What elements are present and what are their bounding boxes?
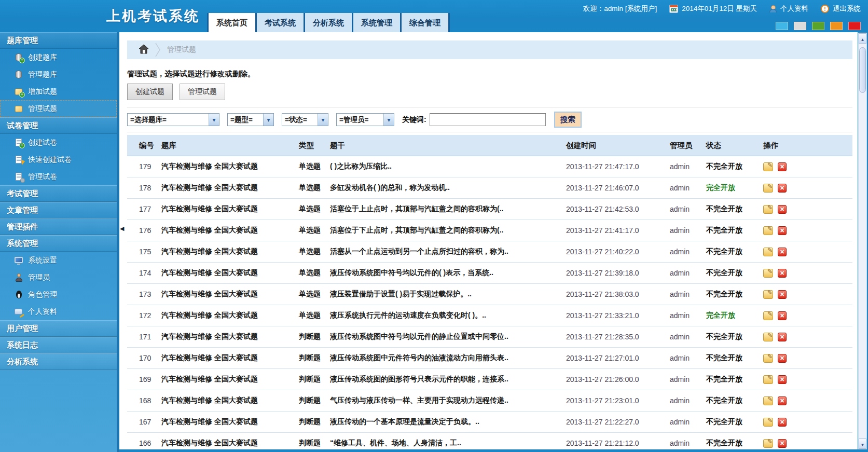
home-icon[interactable] <box>139 44 149 56</box>
delete-button[interactable] <box>778 396 787 405</box>
delete-button[interactable] <box>778 354 787 363</box>
cell-admin: admin <box>669 220 706 241</box>
cell-status: 不完全开放 <box>706 263 763 284</box>
sidebar-item[interactable]: 管理员 <box>0 269 117 286</box>
edit-button[interactable] <box>763 354 773 363</box>
delete-button[interactable] <box>778 248 787 256</box>
edit-button[interactable] <box>763 226 773 235</box>
cell-operations <box>763 199 852 220</box>
edit-button[interactable] <box>763 184 773 193</box>
vertical-scrollbar[interactable] <box>858 33 867 449</box>
cell-admin: admin <box>669 390 706 412</box>
delete-button[interactable] <box>778 226 787 235</box>
cell-type: 单选题 <box>298 305 329 326</box>
sidebar-item[interactable]: +增加试题 <box>0 83 117 100</box>
sidebar-item-label: 快速创建试卷 <box>28 155 72 165</box>
top-tab[interactable]: 考试系统 <box>257 13 304 32</box>
edit-button[interactable] <box>763 311 773 320</box>
theme-color-swatch[interactable] <box>812 22 824 30</box>
theme-color-swatch[interactable] <box>776 22 788 30</box>
date-text: 2014年01月12日 星期天 <box>682 4 757 13</box>
cell-type: 单选题 <box>298 284 329 305</box>
delete-button[interactable] <box>778 205 787 214</box>
top-tab[interactable]: 分析系统 <box>305 13 352 32</box>
edit-button[interactable] <box>763 418 773 427</box>
delete-button[interactable] <box>778 311 787 320</box>
delete-button[interactable] <box>778 439 787 448</box>
logout-link[interactable]: 退出系统 <box>833 4 861 13</box>
top-tab[interactable]: 系统首页 <box>209 13 255 32</box>
sidebar-section-header[interactable]: 管理插件 <box>0 218 117 235</box>
sidebar-item[interactable]: 管理试卷 <box>0 168 117 185</box>
sidebar-section-header[interactable]: 系统管理 <box>0 235 117 252</box>
sidebar-section-header[interactable]: 文章管理 <box>0 202 117 218</box>
sidebar-section-header[interactable]: 用户管理 <box>0 320 117 337</box>
cell-status: 不完全开放 <box>706 241 763 263</box>
top-tab[interactable]: 系统管理 <box>353 13 400 32</box>
chevron-down-icon <box>318 114 328 126</box>
top-tab[interactable]: 综合管理 <box>402 13 448 32</box>
breadcrumb-chevron-icon <box>155 43 161 57</box>
row-operations <box>763 184 852 193</box>
create-question-button[interactable]: 创建试题 <box>127 84 173 100</box>
sidebar-item[interactable]: +创建试卷 <box>0 134 117 151</box>
bank-filter-select[interactable]: =选择题库= <box>127 113 219 126</box>
cell-bank: 汽车检测与维修 全国大赛试题 <box>161 199 298 220</box>
delete-button[interactable] <box>778 375 787 384</box>
sidebar-collapse-handle[interactable]: ◀ <box>120 225 124 232</box>
row-operations <box>763 248 852 256</box>
sidebar-item[interactable]: 管理试题 <box>0 100 117 117</box>
delete-button[interactable] <box>778 418 787 427</box>
edit-button[interactable] <box>763 333 773 341</box>
scroll-thumb[interactable] <box>859 47 866 93</box>
sidebar-item[interactable]: 个人资料 <box>0 303 117 320</box>
edit-button[interactable] <box>763 439 773 448</box>
scroll-up-button[interactable] <box>859 33 866 44</box>
edit-button[interactable] <box>763 290 773 299</box>
edit-button[interactable] <box>763 269 773 278</box>
filter-select-value: =状态= <box>282 114 318 126</box>
cell-stem: 液压装置借助于设置( )易于实现过载保护。.. <box>329 284 566 305</box>
theme-color-swatch[interactable] <box>848 22 861 30</box>
cell-operations <box>763 220 852 241</box>
delete-button[interactable] <box>778 162 787 171</box>
theme-color-swatch[interactable] <box>830 22 843 30</box>
edit-button[interactable] <box>763 375 773 384</box>
main-content: ◀ 管理试题 管理试题，选择试题进行修改或删除。 创建试题管理试题 =选择题库=… <box>119 32 858 449</box>
sidebar-item[interactable]: 管理题库 <box>0 66 117 83</box>
delete-button[interactable] <box>778 184 787 193</box>
sidebar-section-header[interactable]: 系统日志 <box>0 337 117 353</box>
cell-stem: 液压传动的一个基本原理是流量决定于负载。.. <box>329 412 566 433</box>
manage-question-button[interactable]: 管理试题 <box>180 84 225 100</box>
cell-admin: admin <box>669 305 706 326</box>
question-table: 编号题库类型题干创建时间管理员状态操作 179汽车检测与维修 全国大赛试题单选题… <box>127 135 852 452</box>
edit-button[interactable] <box>763 248 773 256</box>
cell-bank: 汽车检测与维修 全国大赛试题 <box>161 348 298 369</box>
profile-link[interactable]: 个人资料 <box>780 4 808 13</box>
scroll-down-button[interactable] <box>859 439 866 449</box>
admin-filter-select[interactable]: =管理员= <box>336 113 394 126</box>
delete-button[interactable] <box>778 269 787 278</box>
sidebar-item[interactable]: 角色管理 <box>0 286 117 303</box>
type-filter-select[interactable]: =题型= <box>227 113 274 126</box>
sidebar-section-header[interactable]: 题库管理 <box>0 32 117 49</box>
sidebar-section-header[interactable]: 分析系统 <box>0 353 117 370</box>
sidebar-item[interactable]: 系统设置 <box>0 252 117 269</box>
cell-operations <box>763 156 852 177</box>
status-filter-select[interactable]: =状态= <box>282 113 328 126</box>
cell-created: 2013-11-27 21:22:27.0 <box>566 412 669 433</box>
sidebar-item[interactable]: 快速创建试卷 <box>0 151 117 168</box>
edit-button[interactable] <box>763 205 773 214</box>
theme-color-swatch[interactable] <box>794 22 806 30</box>
sidebar-section-header[interactable]: 考试管理 <box>0 185 117 202</box>
cell-status: 不完全开放 <box>706 390 763 412</box>
table-row: 170汽车检测与维修 全国大赛试题判断题液压传动系统图中元件符号内的油液流动方向… <box>127 348 852 369</box>
delete-button[interactable] <box>778 333 787 341</box>
edit-button[interactable] <box>763 162 773 171</box>
edit-button[interactable] <box>763 396 773 405</box>
sidebar-item[interactable]: +创建题库 <box>0 49 117 66</box>
keyword-input[interactable] <box>430 113 546 126</box>
search-button[interactable]: 搜索 <box>554 112 582 128</box>
delete-button[interactable] <box>778 290 787 299</box>
sidebar-section-header[interactable]: 试卷管理 <box>0 117 117 134</box>
